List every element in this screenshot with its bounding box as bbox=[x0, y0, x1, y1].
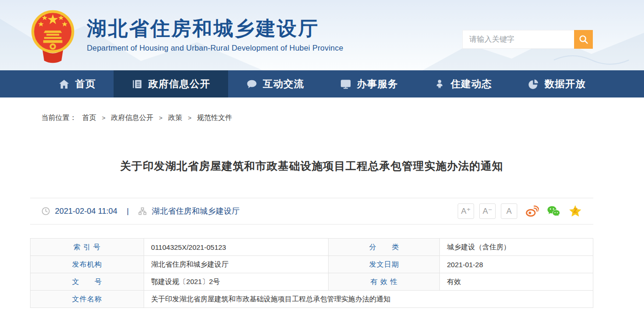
field-label-validity: 有 效 性 bbox=[329, 273, 440, 291]
search-button[interactable] bbox=[574, 30, 593, 49]
nav-item-government-info[interactable]: 政府信息公开 bbox=[114, 70, 228, 97]
breadcrumb-separator: > bbox=[188, 114, 192, 121]
chat-bubble-icon bbox=[246, 78, 258, 90]
qzone-share-icon[interactable] bbox=[568, 204, 582, 218]
document-icon bbox=[131, 78, 143, 90]
weibo-share-icon[interactable] bbox=[525, 204, 539, 218]
table-row: 文 号 鄂建设规〔2021〕2号 有 效 性 有效 bbox=[31, 273, 593, 291]
breadcrumb: 当前位置： 首页 > 政府信息公开 > 政策 > 规范性文件 bbox=[30, 97, 593, 122]
nav-item-label: 住建动态 bbox=[451, 77, 492, 90]
site-subtitle: Department of Housing and Urban-Rural De… bbox=[87, 44, 343, 52]
source-organization: 湖北省住房和城乡建设厅 bbox=[152, 206, 239, 217]
organization-icon bbox=[138, 207, 147, 216]
breadcrumb-item-policy[interactable]: 政策 bbox=[168, 113, 182, 122]
nav-item-news[interactable]: 住建动态 bbox=[416, 70, 510, 97]
search-icon bbox=[578, 34, 589, 45]
breadcrumb-item-normative-documents[interactable]: 规范性文件 bbox=[197, 113, 232, 122]
publish-date: 2021-02-04 11:04 bbox=[55, 207, 117, 216]
breadcrumb-label: 当前位置： bbox=[41, 113, 77, 122]
nav-item-label: 首页 bbox=[75, 77, 96, 90]
site-header: 湖北省住房和城乡建设厅 Department of Housing and Ur… bbox=[0, 0, 644, 70]
search-bar bbox=[462, 30, 593, 49]
font-size-increase-button[interactable]: A⁺ bbox=[458, 203, 474, 219]
font-size-reset-button[interactable]: A bbox=[501, 203, 517, 219]
breadcrumb-item-home[interactable]: 首页 bbox=[82, 113, 96, 122]
table-row: 发布机构 湖北省住房和城乡建设厅 发文日期 2021-01-28 bbox=[31, 256, 593, 273]
national-emblem-logo bbox=[30, 7, 76, 65]
nav-item-label: 互动交流 bbox=[263, 77, 304, 90]
clock-icon bbox=[41, 207, 50, 216]
breadcrumb-item-government-info[interactable]: 政府信息公开 bbox=[111, 113, 153, 122]
search-input[interactable] bbox=[462, 30, 574, 49]
breadcrumb-separator: > bbox=[102, 114, 106, 121]
field-value-category: 城乡建设（含住房） bbox=[440, 239, 593, 256]
field-value-validity: 有效 bbox=[440, 273, 593, 291]
field-label-document-number: 文 号 bbox=[31, 273, 144, 291]
table-row: 文件名称 关于印发湖北省房屋建筑和市政基础设施项目工程总承包管理实施办法的通知 bbox=[31, 291, 593, 308]
site-title: 湖北省住房和城乡建设厅 bbox=[87, 18, 343, 39]
nav-item-interaction[interactable]: 互动交流 bbox=[228, 70, 322, 97]
article-title: 关于印发湖北省房屋建筑和市政基础设施项目工程总承包管理实施办法的通知 bbox=[30, 159, 593, 173]
nav-item-label: 数据开放 bbox=[544, 77, 586, 90]
field-label-category: 分 类 bbox=[329, 239, 440, 256]
monitor-icon bbox=[340, 78, 352, 90]
home-icon bbox=[58, 78, 70, 90]
field-label-issuing-agency: 发布机构 bbox=[31, 256, 144, 273]
article-meta-bar: 2021-02-04 11:04 | 湖北省住房和城乡建设厅 A⁺ A⁻ A bbox=[30, 198, 593, 225]
field-value-document-name: 关于印发湖北省房屋建筑和市政基础设施项目工程总承包管理实施办法的通知 bbox=[144, 291, 593, 308]
field-label-document-name: 文件名称 bbox=[31, 291, 144, 308]
field-label-index-number: 索 引 号 bbox=[31, 239, 144, 256]
field-value-document-number: 鄂建设规〔2021〕2号 bbox=[144, 273, 329, 291]
nav-item-services[interactable]: 办事服务 bbox=[322, 70, 416, 97]
main-content: 当前位置： 首页 > 政府信息公开 > 政策 > 规范性文件 关于印发湖北省房屋… bbox=[30, 97, 593, 308]
document-metadata-table: 索 引 号 01104325X/2021-05123 分 类 城乡建设（含住房）… bbox=[30, 238, 593, 308]
nav-item-label: 办事服务 bbox=[357, 77, 398, 90]
meta-separator: | bbox=[127, 207, 129, 216]
breadcrumb-separator: > bbox=[159, 114, 163, 121]
nav-item-open-data[interactable]: 数据开放 bbox=[510, 70, 604, 97]
field-label-issue-date: 发文日期 bbox=[329, 256, 440, 273]
wechat-share-icon[interactable] bbox=[547, 204, 560, 218]
pie-chart-icon bbox=[528, 78, 539, 90]
field-value-issuing-agency: 湖北省住房和城乡建设厅 bbox=[144, 256, 329, 273]
nav-item-label: 政府信息公开 bbox=[148, 77, 210, 90]
table-row: 索 引 号 01104325X/2021-05123 分 类 城乡建设（含住房） bbox=[31, 239, 593, 256]
field-value-index-number: 01104325X/2021-05123 bbox=[144, 239, 329, 256]
main-navigation: 首页 政府信息公开 互动交流 办事服务 bbox=[0, 70, 644, 97]
font-size-decrease-button[interactable]: A⁻ bbox=[479, 203, 496, 219]
person-badge-icon bbox=[434, 78, 445, 90]
field-value-issue-date: 2021-01-28 bbox=[440, 256, 593, 273]
nav-item-home[interactable]: 首页 bbox=[40, 70, 114, 97]
